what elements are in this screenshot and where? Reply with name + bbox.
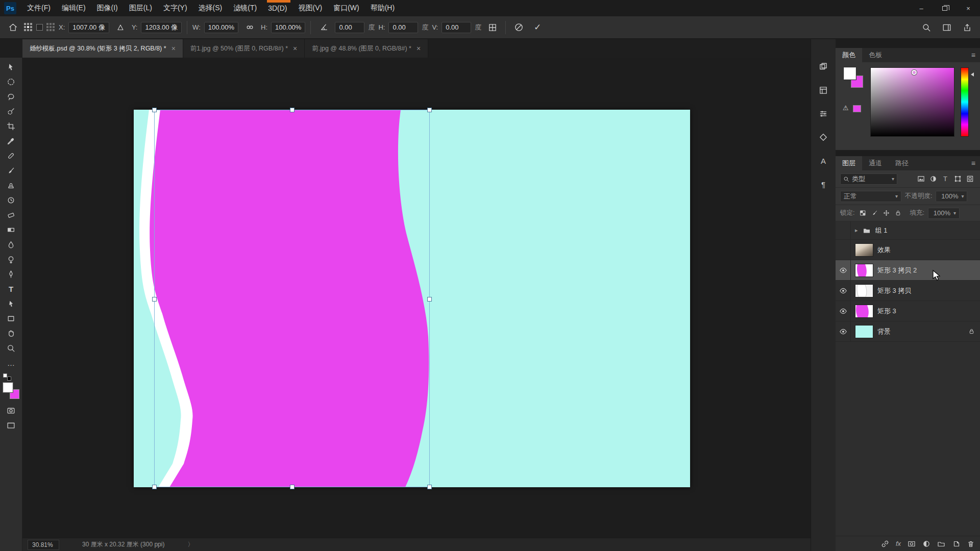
brush-tool[interactable] <box>2 163 20 178</box>
foreground-background-colors[interactable] <box>3 383 19 399</box>
new-group-button[interactable] <box>937 540 945 548</box>
tab-front-jpg[interactable]: 前.jpg @ 48.8% (图层 0, RGB/8#) * × <box>305 39 428 58</box>
layer-thumbnail[interactable] <box>855 284 873 297</box>
share-button[interactable] <box>960 20 975 35</box>
path-selection-tool[interactable] <box>2 296 20 311</box>
layer-row-effect[interactable]: 效果 <box>836 240 980 260</box>
handle-top-right[interactable] <box>427 108 432 112</box>
tab-channels[interactable]: 通道 <box>862 156 889 170</box>
foreground-color-swatch[interactable] <box>3 383 13 392</box>
blend-mode-dropdown[interactable]: 正常 ▾ <box>840 191 901 202</box>
dodge-tool[interactable] <box>2 252 20 267</box>
layer-filter-type-dropdown[interactable]: 类型 ▾ <box>840 173 897 185</box>
hskew-input[interactable]: 0.00 <box>388 22 418 33</box>
tab-front1-jpg[interactable]: 前1.jpg @ 50% (图层 0, RGB/8#) * × <box>183 39 305 58</box>
history-brush-tool[interactable] <box>2 193 20 208</box>
commit-transform-button[interactable]: ✓ <box>530 20 545 35</box>
foreground-color-well[interactable] <box>844 67 856 80</box>
canvas-pasteboard[interactable]: 30.81% 30 厘米 x 20.32 厘米 (300 ppi) 〉 <box>22 58 811 551</box>
handle-bottom-center[interactable] <box>290 485 295 489</box>
character-panel-icon[interactable]: A <box>815 153 832 169</box>
visibility-toggle[interactable] <box>836 281 851 300</box>
handle-bottom-left[interactable] <box>152 485 157 489</box>
layer-row-rect3[interactable]: 矩形 3 <box>836 301 980 321</box>
layer-row-group1[interactable]: ▸ 组 1 <box>836 221 980 240</box>
gamut-warning-icon[interactable]: ⚠ <box>843 104 849 112</box>
menu-type[interactable]: 文字(Y) <box>158 0 193 16</box>
quick-selection-tool[interactable] <box>2 104 20 119</box>
handle-middle-right[interactable] <box>427 297 432 302</box>
home-button[interactable] <box>5 20 20 35</box>
tab-layers[interactable]: 图层 <box>836 156 862 170</box>
layer-row-rect3-copy[interactable]: 矩形 3 拷贝 <box>836 281 980 301</box>
lock-transparency-icon[interactable] <box>858 208 868 218</box>
menu-window[interactable]: 窗口(W) <box>328 0 365 16</box>
x-position-input[interactable]: 1007.00 像 <box>68 22 109 33</box>
menu-layer[interactable]: 图层(L) <box>124 0 158 16</box>
rectangle-tool[interactable] <box>2 311 20 326</box>
visibility-toggle[interactable] <box>836 221 851 239</box>
layers-panel-menu-icon[interactable]: ≡ <box>967 156 980 170</box>
zoom-level-input[interactable]: 30.81% <box>28 540 59 550</box>
pen-tool[interactable] <box>2 267 20 282</box>
tab-color[interactable]: 颜色 <box>836 48 862 62</box>
eraser-tool[interactable] <box>2 208 20 222</box>
gamut-warning-swatch[interactable] <box>853 105 861 112</box>
vskew-input[interactable]: 0.00 <box>442 22 471 33</box>
toggle-reference-point-checkbox[interactable] <box>36 24 43 31</box>
width-input[interactable]: 100.00% <box>204 22 238 33</box>
paragraph-panel-icon[interactable]: ¶ <box>815 176 832 192</box>
crop-tool[interactable] <box>2 119 20 134</box>
pixel-filter-icon[interactable] <box>915 174 926 184</box>
color-panel-menu-icon[interactable]: ≡ <box>967 48 980 62</box>
type-filter-icon[interactable]: T <box>940 174 951 184</box>
status-chevron[interactable]: 〉 <box>187 540 193 549</box>
adjustment-layer-button[interactable] <box>922 540 930 548</box>
link-layers-button[interactable] <box>881 540 889 548</box>
menu-help[interactable]: 帮助(H) <box>365 0 400 16</box>
healing-brush-tool[interactable] <box>2 148 20 163</box>
menu-select[interactable]: 选择(S) <box>193 0 228 16</box>
tab-close-icon[interactable]: × <box>293 44 297 53</box>
workspace-button[interactable] <box>939 20 954 35</box>
transform-bounding-box[interactable] <box>154 110 430 487</box>
document-canvas[interactable] <box>134 110 690 487</box>
new-layer-button[interactable] <box>952 540 960 548</box>
minimize-button[interactable]: – <box>910 0 933 16</box>
layer-row-background[interactable]: 背景 <box>836 321 980 342</box>
rotate-button[interactable] <box>316 20 331 35</box>
properties-panel-icon[interactable] <box>815 82 832 98</box>
smart-object-filter-icon[interactable] <box>964 174 975 184</box>
handle-bottom-right[interactable] <box>427 485 432 489</box>
visibility-toggle[interactable] <box>836 301 851 321</box>
layer-row-rect3-copy2[interactable]: 矩形 3 拷贝 2 <box>836 260 980 281</box>
adjustments-panel-icon[interactable] <box>815 106 832 122</box>
cancel-transform-button[interactable] <box>511 20 526 35</box>
lock-pixels-icon[interactable] <box>870 208 879 218</box>
fill-input[interactable]: 100% ▾ <box>928 208 960 219</box>
tab-close-icon[interactable]: × <box>416 44 421 53</box>
tab-close-icon[interactable]: × <box>172 44 176 53</box>
y-position-input[interactable]: 1203.00 像 <box>141 22 182 33</box>
tab-wedding-template[interactable]: 婚纱模板.psd @ 30.8% (矩形 3 拷贝 2, RGB/8) * × <box>22 39 183 58</box>
history-panel-icon[interactable] <box>815 59 832 75</box>
marquee-tool[interactable] <box>2 74 20 89</box>
group-expand-icon[interactable]: ▸ <box>855 227 858 234</box>
layer-style-button[interactable]: fx <box>896 540 901 547</box>
lock-all-icon[interactable] <box>893 208 903 218</box>
layer-thumbnail[interactable] <box>855 325 873 338</box>
menu-edit[interactable]: 编辑(E) <box>56 0 91 16</box>
layer-thumbnail[interactable] <box>855 264 873 277</box>
restore-button[interactable] <box>933 0 957 16</box>
interpolation-button[interactable] <box>485 20 500 35</box>
visibility-toggle[interactable] <box>836 260 851 280</box>
menu-filter[interactable]: 滤镜(T) <box>228 0 262 16</box>
menu-view[interactable]: 视图(V) <box>292 0 328 16</box>
libraries-panel-icon[interactable] <box>815 129 832 145</box>
screen-mode-button[interactable] <box>2 418 20 433</box>
opacity-input[interactable]: 100% ▾ <box>936 191 967 202</box>
gradient-tool[interactable] <box>2 222 20 237</box>
layer-thumbnail[interactable] <box>855 243 873 257</box>
zoom-tool[interactable] <box>2 341 20 356</box>
hue-slider[interactable] <box>961 67 969 137</box>
